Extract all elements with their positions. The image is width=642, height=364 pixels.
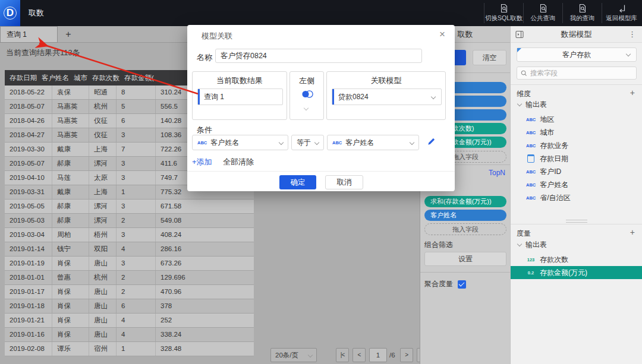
field-type-icon [526,130,536,135]
combo-filter-settings-button[interactable]: 设置 [424,252,506,266]
cell-deposit-amount: 378 [156,299,254,313]
dimension-item[interactable]: 客户姓名 [511,178,642,191]
add-measure-button[interactable]: + [630,227,635,237]
top-nav: D 取数 切换SQL取数 公共查询 我的查询 [0,0,642,26]
table-row[interactable]: 2019-01-19 肖保 唐山 3 673.26 [5,257,254,271]
chevron-down-icon[interactable] [304,106,309,110]
cell-deposit-date: 2019-01-21 [5,314,52,327]
table-header-cell: 存款金额( [119,70,154,86]
measures-section-label: 度量 [517,229,531,239]
nav-action-label: 切换SQL取数 [485,14,523,23]
dimension-item[interactable]: 地区 [511,113,642,126]
dialog-title: 模型关联 [202,31,232,42]
field-type-icon [526,270,536,276]
table-row[interactable]: 2019-01-14 钱宁 双阳 4 286.16 [5,242,254,257]
model-select[interactable]: 客户存款 [517,48,637,62]
left-join-icon[interactable] [301,90,314,99]
table-row[interactable]: 2019-01-21 肖保 唐山 4 252 [5,314,254,328]
cell-customer-name: 郝康 [52,157,89,170]
table-row[interactable]: 2019-02-08 谭乐 宿州 1 328.48 [5,342,254,356]
divider [420,272,510,273]
clear-all-conditions-link[interactable]: 全部清除 [223,157,254,167]
add-condition-link[interactable]: +添加 [192,157,212,167]
field-search-input[interactable] [530,69,631,77]
brand-logo[interactable]: D [0,0,20,26]
more-options-icon[interactable]: ⋮ [628,26,636,43]
nav-action-button[interactable]: 公共查询 [523,3,562,23]
measure-item[interactable]: 存款金额(万元) [511,266,642,279]
cell-city: 唐山 [89,314,117,327]
cell-customer-name: 郝康 [52,214,89,227]
table-row[interactable]: 2019-03-04 周柏 梧州 3 408.24 [5,228,254,242]
nav-action-button[interactable]: 我的查询 [562,3,602,23]
chevron-down-icon [517,242,522,246]
cell-customer-name: 周柏 [52,228,89,242]
cell-deposit-amount: 252 [156,314,254,327]
table-row[interactable]: 2019-05-03 郝康 漯河 2 549.08 [5,214,254,228]
page-size-select[interactable]: 20条/页 [270,348,317,362]
divider [511,84,642,85]
table-row[interactable]: 2019-05-05 郝康 漯河 3 671.58 [5,200,254,214]
collapse-panel-icon[interactable] [515,30,524,39]
cell-city: 漯河 [89,214,117,227]
cell-deposit-date: 2019-01-19 [5,257,52,270]
pagination-bar: 20条/页 |< < /6 > >| [270,348,433,362]
clear-button[interactable]: 清空 [473,50,506,65]
condition-right-field-select[interactable]: ABC客户姓名 [327,135,419,150]
chevron-down-icon [410,140,414,145]
add-dimension-button[interactable]: + [630,88,635,97]
tab-query-1[interactable]: 查询 1 [0,26,58,43]
condition-left-field-select[interactable]: ABC客户姓名 [192,135,288,150]
dimension-group-output-table[interactable]: 输出表 [518,100,547,110]
dimension-item[interactable]: 存款日期 [511,152,642,165]
table-row[interactable]: 2019-01-17 肖保 唐山 2 470.96 [5,285,254,299]
dimension-item[interactable]: 客户ID [511,165,642,178]
table-row[interactable]: 2019-01-18 肖保 唐山 6 378 [5,299,254,314]
section-resize-handle[interactable] [566,220,587,223]
dimension-item[interactable]: 城市 [511,126,642,139]
cancel-button[interactable]: 取消 [325,175,363,189]
field-type-icon [526,257,536,262]
cell-city: 太原 [89,171,117,185]
nav-action-button[interactable]: 返回模型库 [602,3,641,23]
dimension-item[interactable]: 存款业务 [511,139,642,152]
cell-deposit-count: 4 [117,242,156,256]
filter-drop-field-zone[interactable]: 拖入字段 [424,223,506,235]
cell-city: 唐山 [89,285,117,299]
edit-condition-icon[interactable] [427,137,436,146]
filter-field-pill-label: 客户姓名 [430,211,457,219]
cell-customer-name: 马惠英 [52,128,89,142]
cell-deposit-count: 3 [117,128,156,142]
measure-item[interactable]: 存款次数 [511,253,642,266]
cell-city: 上海 [89,185,117,199]
cell-deposit-date: 2018-05-07 [5,100,52,113]
measure-group-output-table[interactable]: 输出表 [518,240,547,250]
chevron-down-icon [431,94,436,99]
next-page-button[interactable]: > [400,348,413,362]
topn-link[interactable]: TopN [489,169,505,177]
cell-deposit-amount: 673.26 [156,257,254,270]
nav-action-button[interactable]: 切换SQL取数 [484,3,523,23]
table-row[interactable]: 2019-01-16 肖保 唐山 4 338.24 [5,328,254,342]
related-model-select[interactable]: 贷款0824 [332,88,442,105]
field-type-icon [526,154,536,163]
dimension-label: 省/自治区 [540,193,570,203]
filter-field-pill[interactable]: 客户姓名 [424,210,506,221]
close-icon[interactable]: × [439,29,445,40]
nav-menu-extract[interactable]: 取数 [29,0,44,26]
dimension-item[interactable]: 省/自治区 [511,191,642,204]
current-result-box: 当前取数结果 查询 1 [192,71,287,120]
confirm-button[interactable]: 确定 [279,175,316,189]
prev-page-button[interactable]: < [353,348,366,362]
combo-filter-label: 组合筛选 [424,240,453,250]
page-number-input[interactable] [370,349,386,362]
add-tab-button[interactable]: + [59,26,77,43]
cell-deposit-amount: 408.24 [156,228,254,242]
filter-field-pill[interactable]: 求和(存款金额(万元)) [424,196,506,207]
table-row[interactable]: 2018-01-01 曾惠 杭州 2 129.696 [5,271,254,285]
first-page-button[interactable]: |< [336,348,349,362]
aggregate-measure-checkbox[interactable] [458,280,466,289]
related-model-box: 关联模型 贷款0824 [326,71,446,120]
condition-operator-select[interactable]: 等于 [291,135,324,150]
relation-name-input[interactable] [215,49,422,63]
